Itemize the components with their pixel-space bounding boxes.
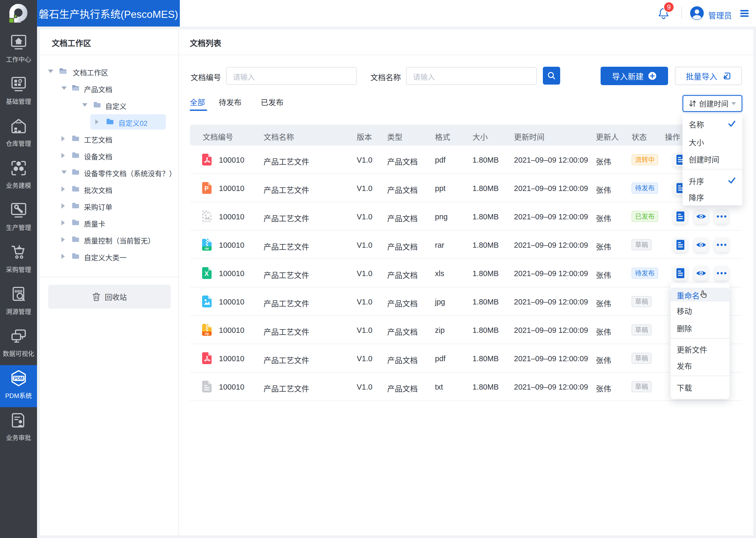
svg-text:P: P — [205, 185, 209, 192]
svg-text:X: X — [205, 270, 209, 277]
svg-text:zip: zip — [205, 332, 209, 336]
svg-text:rar: rar — [205, 246, 209, 250]
svg-text:PDM: PDM — [14, 376, 23, 381]
